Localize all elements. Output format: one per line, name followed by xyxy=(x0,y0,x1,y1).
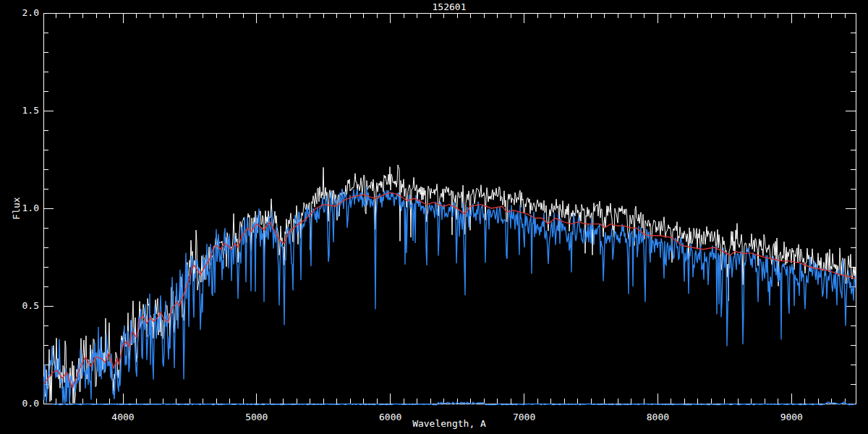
y-axis-label: Flux xyxy=(11,197,22,219)
x-tick-label: 4000 xyxy=(111,412,134,422)
y-tick-label: 0.5 xyxy=(22,300,39,311)
spectrum-viewer: 4000500060007000800090000.00.51.01.52.0 … xyxy=(0,0,868,434)
chart-title: 152601 xyxy=(433,1,467,12)
y-tick-label: 1.0 xyxy=(22,203,39,213)
x-tick-label: 6000 xyxy=(379,412,401,422)
x-tick-label: 9000 xyxy=(780,412,803,422)
y-tick-label: 1.5 xyxy=(22,105,39,116)
model-fit xyxy=(43,192,856,388)
raw-spectrum xyxy=(43,165,856,404)
x-axis-label: Wavelength, A xyxy=(412,418,486,429)
x-tick-label: 5000 xyxy=(245,412,268,422)
y-tick-label: 2.0 xyxy=(22,7,39,18)
observed-spectrum xyxy=(43,187,856,404)
spectra xyxy=(43,165,856,405)
spectrum-chart: 4000500060007000800090000.00.51.01.52.0 … xyxy=(0,0,868,434)
x-tick-label: 8000 xyxy=(647,412,669,422)
y-tick-label: 0.0 xyxy=(22,398,39,409)
x-tick-label: 7000 xyxy=(513,412,535,422)
